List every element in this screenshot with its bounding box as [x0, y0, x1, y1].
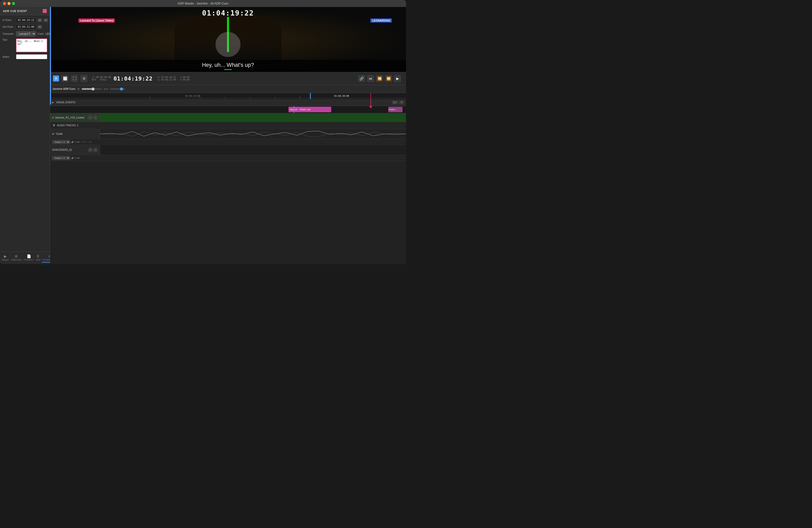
grace-output-select[interactable]: Output 1-2	[52, 156, 70, 160]
nav-item-daw[interactable]: 🎚 DAW	[35, 253, 42, 263]
guide-output-controls: Output 1-2 🔊 0 dB < 100 > 100	[52, 140, 100, 144]
grace-track-name: GRACE00033_01	[52, 148, 72, 151]
timelines-icon: ⊞	[15, 254, 18, 258]
cue-form: In Point: 01:04:19:22 ⇔ ↺ Out Point: 01:…	[0, 15, 50, 251]
nav-item-timelines[interactable]: ⊞ TIMELINES	[10, 253, 23, 263]
in-point-value[interactable]: 01:04:19:22	[16, 18, 36, 23]
zoom-handle[interactable]	[120, 88, 123, 90]
settings-icon-btn[interactable]: ⚙	[81, 75, 87, 82]
bottom-nav: ▶ MEDIA ⊞ TIMELINES 📄 PROJECT 🎚 DAW ≡ PR…	[0, 251, 50, 264]
cue-event-bar-small[interactable]: How's...	[388, 107, 403, 112]
out-point-value[interactable]: 01:04:22:00	[16, 25, 36, 29]
window-title: ADR Master - Jasmine - All ADR Cues	[177, 2, 228, 5]
character-label: Character:	[2, 32, 14, 35]
timeline-header-left: Jasmine ADR Cues ≋ ⟺	[53, 87, 125, 91]
volume-handle[interactable]	[91, 88, 95, 90]
visual-events-bar: ▶ VISUAL EVENTS ⊞+ ▼	[50, 99, 406, 106]
video-track-content	[100, 113, 406, 122]
nav-item-project[interactable]: 📄 PROJECT	[23, 253, 35, 263]
character-label-right: LEONARD022	[371, 18, 392, 23]
maximize-button[interactable]	[12, 2, 15, 5]
a-button[interactable]: A	[53, 75, 59, 82]
grace-track-row: GRACE00033_01 M S	[50, 145, 406, 155]
visual-events-controls: ⊞+ ▼	[392, 101, 404, 104]
video-track-label: 📽 Jasmine_R1_V18_Locked M S	[50, 113, 100, 122]
notes-label: Notes:	[2, 56, 14, 58]
transport-controls: 🔗 ⏮ ⏪ ⏩ ▶	[358, 75, 403, 82]
cue-event-small: How's...	[389, 108, 397, 111]
in-point-row: In Point: 01:04:19:22 ⇔ ↺	[2, 18, 47, 23]
out-point-icon-btn[interactable]: ⇔	[38, 25, 42, 29]
notes-input[interactable]	[16, 54, 47, 59]
video-track-name: Jasmine_R1_V18_Locked	[55, 116, 84, 119]
cue-event-bar-main[interactable]: Hey, uh... What's up?	[289, 107, 331, 112]
daw-icon: 🎚	[37, 254, 40, 258]
pink-arrow-timeline	[369, 93, 372, 108]
guide-waveform	[100, 129, 406, 139]
volume-slider[interactable]	[82, 88, 102, 90]
transport-right-info: |< 01:04:19:22 ⊙ 00:00 →| 01:04:22:00 ⊕ …	[157, 76, 190, 81]
close-button[interactable]	[3, 2, 6, 5]
grace-speaker-icon: 🔊	[71, 157, 74, 159]
link-icon-btn[interactable]: 🔗	[358, 75, 365, 82]
blue-stripe	[50, 7, 51, 104]
timeline-section: Jasmine ADR Cues ≋ ⟺ 01:04:15:00 01:04:2…	[50, 85, 406, 264]
timeline-playhead-line	[294, 106, 294, 113]
start-time: |< 00:00:00:00	[92, 76, 111, 78]
character-label-left: Leonard To (Jason Tobin)	[78, 18, 115, 23]
fast-forward-btn[interactable]: ⏩	[385, 75, 392, 82]
video-s-btn[interactable]: S	[93, 115, 98, 120]
link-icon: ⟺	[104, 87, 108, 91]
guide-output-select[interactable]: Output 1-2	[52, 140, 70, 144]
in-point-info: |< 01:04:19:22 ⊙ 00:00	[157, 76, 190, 78]
play-btn[interactable]: ▶	[394, 75, 401, 82]
add-visual-event-btn[interactable]: ⊞+	[392, 101, 398, 104]
in-point-label: In Point:	[2, 19, 14, 21]
in-point-icon-btn[interactable]: ⇔	[38, 18, 42, 22]
left-panel: ADR CUE EVENT In Point: 01:04:19:22 ⇔ ↺ …	[0, 7, 50, 264]
media-label: MEDIA	[2, 259, 9, 261]
guide-l-label: < 100	[81, 141, 86, 143]
guide-output-row: Output 1-2 🔊 0 dB < 100 > 100	[50, 139, 406, 145]
grace-output-controls: Output 1-2 🔊 0 dB	[52, 156, 100, 160]
skip-back-btn[interactable]: ⏮	[367, 75, 374, 82]
fullscreen-icon-btn[interactable]: ⛶	[71, 75, 78, 82]
format-info: N/A Atmos	[92, 78, 107, 81]
timeline-title: Jasmine ADR Cues	[53, 88, 75, 90]
character-select[interactable]: Leonard To	[16, 31, 36, 36]
guide-track-content	[100, 129, 406, 139]
transport-timecode: 01:04:19:22	[114, 75, 153, 82]
text-input[interactable]: Hey, uh... What's up?	[16, 39, 47, 52]
grace-m-btn[interactable]: M	[88, 148, 92, 152]
guide-r-label: > 100	[87, 141, 92, 143]
minimize-button[interactable]	[8, 2, 11, 5]
filter-visual-events-btn[interactable]: ▼	[399, 101, 404, 104]
audio-tracks-label: AUDIO TRACKS: 1	[57, 124, 78, 127]
in-point-extra-btn[interactable]: ↺	[44, 18, 48, 22]
out-point-label: Out Point:	[2, 26, 14, 28]
title-bar: ADR Master - Jasmine - All ADR Cues	[0, 0, 406, 7]
grace-s-btn[interactable]: S	[93, 148, 98, 152]
out-point-info: →| 01:04:22:00 ⊕ 00:00	[157, 78, 190, 81]
zoom-slider[interactable]	[110, 88, 125, 90]
pink-close-button[interactable]	[43, 9, 47, 13]
grace-output-row: Output 1-2 🔊 0 dB	[50, 155, 406, 161]
nav-item-media[interactable]: ▶ MEDIA	[1, 253, 10, 263]
video-section: 01:04:19:22 Leonard To (Jason Tobin) LEO…	[50, 7, 406, 72]
guide-db-label: 0 dB	[75, 141, 80, 143]
transport-left-info: |< 00:00:00:00 N/A Atmos	[92, 76, 111, 81]
right-content: 01:04:19:22 Leonard To (Jason Tobin) LEO…	[50, 7, 406, 264]
volume-level	[82, 88, 92, 90]
video-m-btn[interactable]: M	[88, 115, 92, 120]
video-frame: 01:04:19:22 Leonard To (Jason Tobin) LEO…	[50, 7, 406, 72]
audio-tracks-triangle[interactable]: ▼	[52, 123, 56, 128]
visual-events-triangle[interactable]: ▶	[52, 101, 54, 104]
project-icon: 📄	[27, 254, 31, 258]
rewind-btn[interactable]: ⏪	[376, 75, 383, 82]
grace-db-label: 0 dB	[75, 157, 80, 159]
guide-track-label: 🔊 Guide	[50, 129, 100, 139]
subtitle-text: Hey, uh... What's up?	[54, 62, 402, 68]
main-layout: ADR CUE EVENT In Point: 01:04:19:22 ⇔ ↺ …	[0, 7, 406, 264]
cue-events-row: Hey, uh... What's up? How's...	[50, 106, 406, 113]
crop-icon-btn[interactable]: ⬜	[61, 75, 69, 82]
